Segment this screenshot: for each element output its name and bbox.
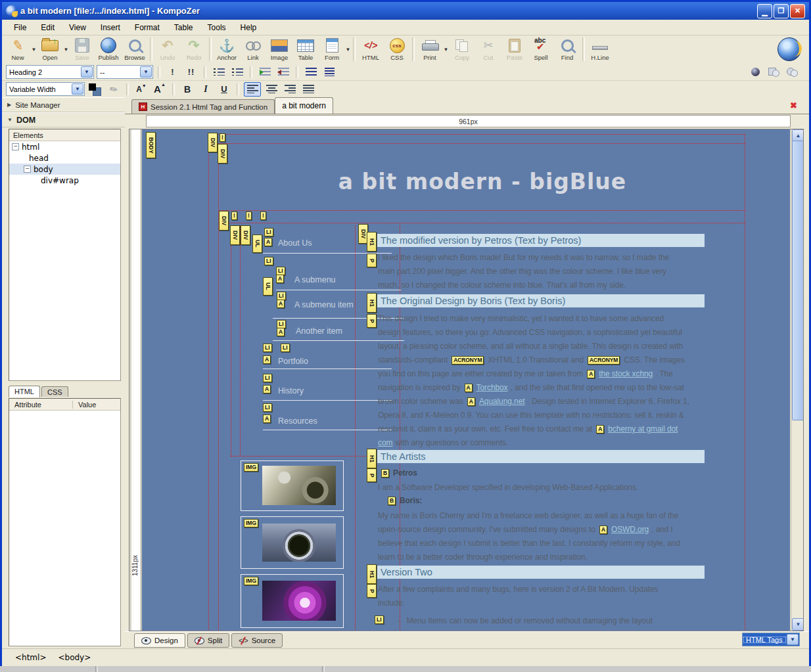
paragraph-line[interactable]: standards-compliantACRONYMXHTML 1.0 Tran…	[378, 355, 685, 365]
li-tag-marker[interactable]: LI	[264, 228, 273, 236]
paragraph-line[interactable]: After a few complaints and many bugs, he…	[378, 585, 658, 594]
nav-link[interactable]: About Us	[278, 238, 312, 248]
view-mode-select[interactable]: HTML Tags ▼	[742, 633, 800, 646]
align-right-button[interactable]	[282, 83, 298, 96]
new-button[interactable]: ✎New	[5, 36, 31, 64]
menu-view[interactable]: View	[62, 21, 93, 34]
p-tag-marker[interactable]: P	[367, 254, 377, 267]
paragraph-line[interactable]: learn to be a better coder through exper…	[378, 552, 588, 562]
link-button[interactable]: Link	[240, 36, 266, 64]
highlight-color-button[interactable]: ✎	[106, 83, 122, 96]
increase-font-button[interactable]: A▲	[152, 83, 168, 96]
nav-link[interactable]: Portfolio	[278, 357, 308, 366]
paragraph-line[interactable]: BBoris:	[386, 496, 422, 505]
tab-split[interactable]: Split	[187, 633, 229, 648]
chevron-down-icon[interactable]: ▼	[787, 634, 799, 645]
close-button[interactable]: ✕	[790, 4, 805, 18]
a-tag-marker[interactable]: A	[599, 526, 607, 534]
site-manager-header[interactable]: ▶Site Manager	[2, 97, 125, 112]
menu-help[interactable]: Help	[234, 21, 264, 34]
chevron-down-icon[interactable]: ▼	[81, 66, 93, 78]
paragraph-line[interactable]: I liked the design which Boris made! But…	[378, 253, 669, 262]
a-tag-marker[interactable]: A	[467, 397, 475, 406]
vertical-scrollbar[interactable]: ▲ ▼	[792, 129, 803, 631]
b-tag-marker[interactable]: B	[388, 497, 396, 505]
menu-edit[interactable]: Edit	[34, 21, 61, 34]
page-heading-banner[interactable]: a bit modern - bigBlue	[221, 169, 744, 194]
page-document[interactable]: BODY DIV ! DIV a bit modern - bigBlue DI…	[142, 129, 790, 631]
numbered-list-button[interactable]	[211, 66, 227, 79]
menu-table[interactable]: Table	[168, 21, 200, 34]
definition-list-button[interactable]	[303, 66, 319, 79]
outdent-button[interactable]	[275, 66, 291, 79]
scroll-down-button[interactable]: ▼	[792, 618, 804, 631]
h1-tag-marker[interactable]: H1	[367, 449, 377, 468]
tree-node-html[interactable]: −html	[9, 141, 120, 152]
tab-session-2-1[interactable]: HSession 2.1 Html Tag and Function	[131, 99, 275, 114]
chevron-down-icon[interactable]: ▼	[140, 66, 152, 78]
status-html-crumb[interactable]: <html>	[15, 653, 46, 662]
value-column[interactable]: Value	[73, 401, 96, 409]
h1-tag-marker[interactable]: H1	[367, 232, 377, 252]
paragraph-line[interactable]: brown color scheme wasAAqualung.net. Des…	[378, 397, 689, 406]
nav-link[interactable]: History	[278, 386, 304, 395]
publish-button[interactable]: ↑Publish	[95, 36, 122, 64]
attribute-column[interactable]: Attribute	[9, 401, 73, 409]
status-body-crumb[interactable]: <body>	[58, 653, 91, 662]
font-select[interactable]: Variable Width▼	[6, 82, 85, 96]
paragraph-format-select[interactable]: Heading 2▼	[6, 65, 94, 79]
maximize-button[interactable]: ❐	[774, 4, 789, 18]
vertical-ruler[interactable]: 1311px	[131, 129, 141, 631]
li-tag-marker[interactable]: LI	[263, 403, 272, 412]
chevron-down-icon[interactable]: ▼	[72, 83, 83, 95]
paragraph-line[interactable]: layout, a pleasing color scheme, and all…	[378, 342, 683, 351]
nav-link[interactable]: Resources	[278, 416, 317, 426]
camera-photo-3[interactable]	[262, 581, 336, 621]
print-dropdown-arrow[interactable]: ▼	[443, 36, 449, 62]
elements-column-header[interactable]: Elements	[9, 129, 120, 141]
tab-a-bit-modern[interactable]: a bit modern	[275, 97, 333, 114]
paragraph-line[interactable]: much, so I changed the colour scheme int…	[378, 280, 626, 290]
link-text[interactable]: bcherny at gmail dot	[608, 424, 678, 434]
body-tag-marker[interactable]: BODY	[146, 132, 156, 158]
italic-button[interactable]: I	[198, 83, 214, 96]
p-tag-marker[interactable]: P	[367, 584, 377, 598]
paragraph-line[interactable]: Opera 8, and K-Meleon 0.9. You can use t…	[378, 411, 684, 420]
paragraph-line[interactable]: main part 200 pixel bigger. And the othe…	[378, 267, 666, 276]
align-left-button[interactable]	[244, 82, 261, 97]
li-tag-marker[interactable]: LI	[375, 616, 384, 624]
absolute-position-button[interactable]	[766, 66, 781, 79]
li-tag-marker[interactable]: LI	[263, 374, 272, 382]
open-button[interactable]: ↑Open	[37, 36, 63, 64]
div-tag-marker[interactable]: DIV	[241, 225, 250, 245]
bold-button[interactable]: B	[179, 83, 195, 96]
div-tag-marker[interactable]: DIV	[219, 211, 229, 231]
paragraph-line[interactable]: believe that each design I submit is bet…	[378, 539, 680, 548]
comment-tag-marker[interactable]: !	[260, 212, 266, 220]
li-tag-marker[interactable]: LI	[263, 344, 272, 352]
a-tag-marker[interactable]: A	[263, 355, 271, 364]
img-tag-marker[interactable]: IMG	[244, 577, 258, 585]
link-text[interactable]: Torchbox	[476, 383, 508, 392]
acronym-tag-marker[interactable]: ACRONYM	[452, 356, 484, 365]
emphasis-button[interactable]: !	[165, 66, 181, 79]
menu-file[interactable]: File	[7, 21, 33, 34]
form-button[interactable]: Form	[319, 36, 345, 64]
section-heading[interactable]: The Original Design by Boris (Text by Bo…	[377, 294, 705, 307]
section-heading[interactable]: The Artists	[377, 450, 705, 463]
nav-link[interactable]: Another item	[296, 326, 342, 336]
css-button[interactable]: cssCSS	[384, 36, 410, 64]
tab-source[interactable]: </>Source	[231, 633, 283, 648]
link-text[interactable]: Aqualung.net	[479, 397, 525, 406]
paragraph-line[interactable]: My name is Boris Cherny and I'm a freela…	[378, 511, 678, 520]
minimize-button[interactable]: ▁	[757, 4, 772, 18]
div-tag-marker[interactable]: DIV	[230, 225, 240, 245]
table-button[interactable]: Table	[292, 36, 319, 64]
scrollbar-thumb[interactable]	[792, 141, 804, 420]
layer-button[interactable]	[747, 66, 763, 79]
camera-photo-2[interactable]	[262, 524, 336, 562]
new-dropdown-arrow[interactable]: ▼	[31, 36, 37, 62]
a-tag-marker[interactable]: A	[587, 370, 595, 378]
send-to-back-button[interactable]	[784, 66, 800, 79]
align-center-button[interactable]	[264, 83, 279, 96]
